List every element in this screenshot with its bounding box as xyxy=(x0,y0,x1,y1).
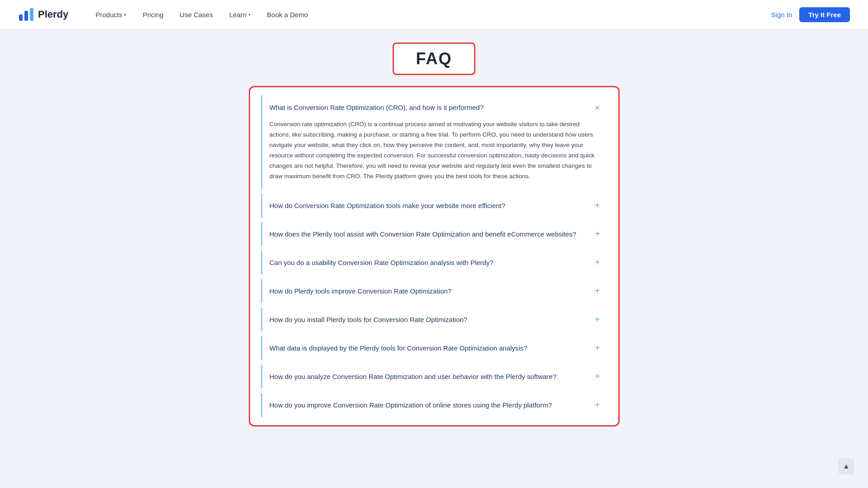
faq-item-header[interactable]: Can you do a usability Conversion Rate O… xyxy=(262,251,607,275)
faq-answer: Conversion rate optimization (CRO) is a … xyxy=(262,119,607,189)
faq-item: How does the Plerdy tool assist with Con… xyxy=(261,222,607,246)
faq-item-header[interactable]: How do you analyze Conversion Rate Optim… xyxy=(262,365,607,389)
navbar: Plerdy Products ▾ Pricing Use Cases Lear… xyxy=(0,0,868,29)
svg-rect-2 xyxy=(30,8,33,21)
chevron-up-icon: ▲ xyxy=(843,462,850,470)
faq-item: How do Conversion Rate Optimization tool… xyxy=(261,194,607,218)
faq-question: How do you improve Conversion Rate Optim… xyxy=(270,400,595,410)
plus-icon: ×+ xyxy=(595,343,600,352)
plus-icon: ×+ xyxy=(595,400,600,409)
nav-use-cases[interactable]: Use Cases xyxy=(180,11,213,19)
logo[interactable]: Plerdy xyxy=(18,6,68,23)
plus-icon: + xyxy=(595,314,600,324)
nav-learn[interactable]: Learn ▾ xyxy=(229,11,251,19)
faq-item-header[interactable]: How do you improve Conversion Rate Optim… xyxy=(262,393,607,417)
plus-icon: + xyxy=(595,343,600,353)
faq-question: What data is displayed by the Plerdy too… xyxy=(270,343,595,353)
plus-icon: ×+ xyxy=(595,372,600,381)
faq-item: What data is displayed by the Plerdy too… xyxy=(261,336,607,360)
faq-title-wrapper: FAQ xyxy=(393,43,475,75)
faq-item: How do you improve Conversion Rate Optim… xyxy=(261,393,607,417)
nav-book-demo[interactable]: Book a Demo xyxy=(267,11,308,19)
faq-item-header[interactable]: How does the Plerdy tool assist with Con… xyxy=(262,222,607,246)
plus-icon: ×+ xyxy=(595,286,600,295)
chevron-down-icon: ▾ xyxy=(248,12,251,17)
faq-item: How do you install Plerdy tools for Conv… xyxy=(261,308,607,332)
plus-icon: + xyxy=(595,257,600,267)
chevron-down-icon: ▾ xyxy=(124,12,126,17)
plus-icon: ×+ xyxy=(595,201,600,210)
close-icon: × xyxy=(595,103,600,113)
faq-item: How do you analyze Conversion Rate Optim… xyxy=(261,365,607,389)
close-icon: ×+ xyxy=(595,103,600,112)
faq-item-header[interactable]: What data is displayed by the Plerdy too… xyxy=(262,336,607,360)
svg-rect-1 xyxy=(24,11,28,21)
faq-question: How do you analyze Conversion Rate Optim… xyxy=(270,372,595,381)
navbar-actions: Sign In Try It Free xyxy=(771,7,850,22)
nav-products[interactable]: Products ▾ xyxy=(95,11,126,19)
faq-question: Can you do a usability Conversion Rate O… xyxy=(270,258,595,267)
scroll-top-button[interactable]: ▲ xyxy=(838,458,854,474)
svg-rect-0 xyxy=(19,14,23,21)
faq-question: How does the Plerdy tool assist with Con… xyxy=(270,229,595,239)
faq-item: How do Plerdy tools improve Conversion R… xyxy=(261,279,607,303)
faq-question: How do you install Plerdy tools for Conv… xyxy=(270,315,595,324)
plus-icon: ×+ xyxy=(595,258,600,267)
faq-item: What is Conversion Rate Optimization (CR… xyxy=(261,95,607,189)
nav-menu: Products ▾ Pricing Use Cases Learn ▾ Boo… xyxy=(95,11,771,19)
faq-item-header[interactable]: How do Plerdy tools improve Conversion R… xyxy=(262,279,607,303)
faq-item: Can you do a usability Conversion Rate O… xyxy=(261,251,607,275)
try-free-button[interactable]: Try It Free xyxy=(799,7,850,22)
faq-item-header[interactable]: What is Conversion Rate Optimization (CR… xyxy=(262,95,607,119)
logo-text: Plerdy xyxy=(38,9,68,20)
plus-icon: + xyxy=(595,229,600,239)
sign-in-button[interactable]: Sign In xyxy=(771,11,792,19)
faq-item-header[interactable]: How do you install Plerdy tools for Conv… xyxy=(262,308,607,332)
faq-question: How do Plerdy tools improve Conversion R… xyxy=(270,286,595,296)
faq-item-header[interactable]: How do Conversion Rate Optimization tool… xyxy=(262,194,607,218)
faq-question: What is Conversion Rate Optimization (CR… xyxy=(270,103,595,112)
faq-question: How do Conversion Rate Optimization tool… xyxy=(270,201,595,210)
plus-icon: + xyxy=(595,400,600,410)
main-content: FAQ What is Conversion Rate Optimization… xyxy=(0,29,868,454)
plus-icon: ×+ xyxy=(595,315,600,324)
plus-icon: ×+ xyxy=(595,229,600,238)
faq-title: FAQ xyxy=(416,49,452,68)
nav-pricing[interactable]: Pricing xyxy=(142,11,163,19)
logo-icon xyxy=(18,6,34,23)
plus-icon: + xyxy=(595,286,600,296)
faq-container: What is Conversion Rate Optimization (CR… xyxy=(249,86,620,426)
plus-icon: + xyxy=(595,200,600,210)
plus-icon: + xyxy=(595,371,600,381)
